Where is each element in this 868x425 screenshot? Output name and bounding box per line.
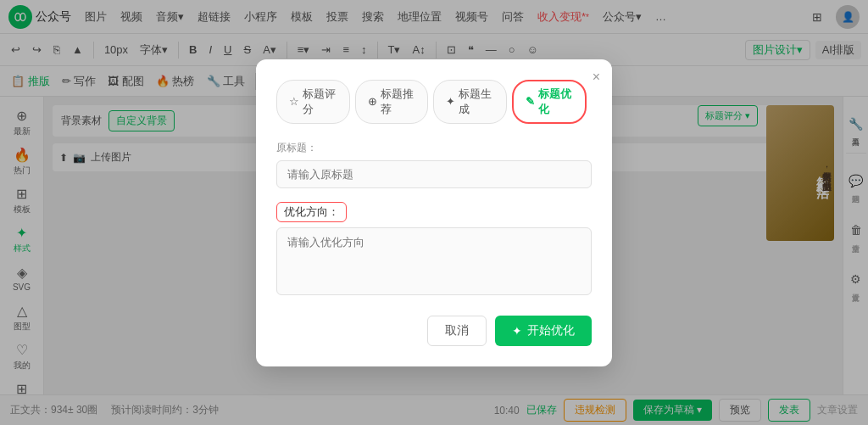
score-tab-label: 标题评分 xyxy=(303,87,337,117)
modal-dialog: × ☆ 标题评分 ⊕ 标题推荐 ✦ 标题生成 ✎ 标题优化 原标题： xyxy=(256,59,612,366)
optimize-tab-label: 标题优化 xyxy=(538,87,573,117)
modal-tab-recommend[interactable]: ⊕ 标题推荐 xyxy=(355,80,428,124)
original-label: 原标题： xyxy=(276,141,592,155)
generate-tab-label: 标题生成 xyxy=(459,87,493,117)
modal-footer: 取消 ✦ 开始优化 xyxy=(276,316,592,346)
start-label: 开始优化 xyxy=(527,323,575,338)
direction-row: 优化方向： xyxy=(276,202,592,222)
direction-box: 优化方向： xyxy=(276,202,347,222)
generate-tab-icon: ✦ xyxy=(446,95,455,108)
direction-label: 优化方向： xyxy=(284,204,339,220)
start-btn[interactable]: ✦ 开始优化 xyxy=(495,316,592,346)
recommend-tab-icon: ⊕ xyxy=(368,95,377,108)
modal-tabs: ☆ 标题评分 ⊕ 标题推荐 ✦ 标题生成 ✎ 标题优化 xyxy=(276,80,592,124)
optimize-tab-icon: ✎ xyxy=(526,95,535,108)
modal-tab-optimize[interactable]: ✎ 标题优化 xyxy=(512,80,587,124)
modal-close-btn[interactable]: × xyxy=(593,70,600,85)
original-title-input[interactable] xyxy=(276,160,592,188)
score-tab-icon: ☆ xyxy=(289,95,299,108)
cancel-btn[interactable]: 取消 xyxy=(427,316,487,346)
direction-textarea[interactable] xyxy=(276,227,592,295)
modal-overlay[interactable]: × ☆ 标题评分 ⊕ 标题推荐 ✦ 标题生成 ✎ 标题优化 原标题： xyxy=(0,0,868,425)
modal-tab-generate[interactable]: ✦ 标题生成 xyxy=(433,80,506,124)
recommend-tab-label: 标题推荐 xyxy=(381,87,415,117)
modal-tab-score[interactable]: ☆ 标题评分 xyxy=(276,80,350,124)
start-icon: ✦ xyxy=(512,324,522,338)
